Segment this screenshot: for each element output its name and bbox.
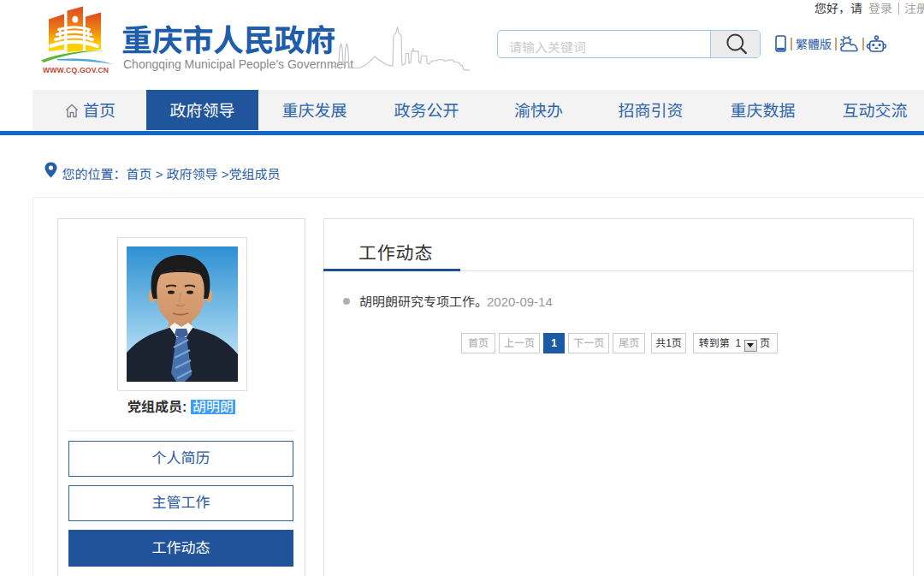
- svg-text:WWW.CQ.GOV.CN: WWW.CQ.GOV.CN: [43, 66, 109, 74]
